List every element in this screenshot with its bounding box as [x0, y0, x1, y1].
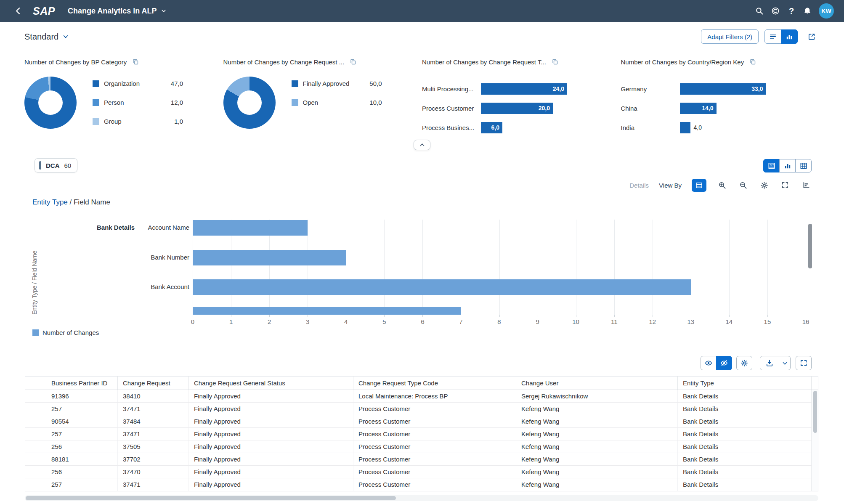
- table-row[interactable]: 25637505Finally ApprovedProcess Customer…: [25, 440, 818, 453]
- export-button[interactable]: [760, 356, 779, 370]
- zoom-in-button[interactable]: [717, 179, 727, 191]
- row-select-cell[interactable]: [25, 390, 46, 402]
- micro-bar[interactable]: 33,0: [680, 83, 766, 95]
- table-row[interactable]: 9139638410Finally ApprovedLocal Maintena…: [25, 390, 818, 403]
- eye-icon: [705, 359, 712, 367]
- sap-logo[interactable]: SAP: [33, 5, 55, 17]
- table-row[interactable]: 25737471Finally ApprovedProcess Customer…: [25, 428, 818, 440]
- drilldown-button[interactable]: [692, 179, 706, 192]
- row-select-cell[interactable]: [25, 440, 46, 453]
- kpi-card-country-region[interactable]: Number of Changes by Country/Region Key …: [621, 51, 820, 137]
- kpi-card-header: Number of Changes by Change Request T...: [422, 57, 610, 66]
- copy-icon[interactable]: [550, 57, 560, 66]
- page-title: Change Analytics in ALP: [68, 7, 157, 16]
- micro-bar-label: Process Customer: [422, 105, 481, 112]
- table-cell: Process Customer: [353, 428, 516, 440]
- column-header[interactable]: Change Request General Status: [189, 377, 353, 390]
- chart-only-view-button[interactable]: [779, 159, 796, 172]
- kpi-card-title: Number of Changes by BP Category: [24, 58, 127, 66]
- table-toolbar: [701, 356, 812, 370]
- export-menu-button[interactable]: [779, 356, 791, 370]
- kpi-card-header: Number of Changes by Change Request ...: [223, 57, 411, 66]
- toggle-legend-button[interactable]: [801, 179, 812, 191]
- avatar[interactable]: KW: [819, 3, 834, 19]
- table-row[interactable]: 25737471Finally ApprovedProcess Customer…: [25, 403, 818, 415]
- column-header[interactable]: Change User: [516, 377, 678, 390]
- notifications-button[interactable]: [799, 3, 815, 19]
- kpi-card-change-request-type[interactable]: Number of Changes by Change Request T...…: [422, 51, 621, 137]
- hide-details-button[interactable]: [716, 356, 732, 370]
- column-header[interactable]: Change Request Type Code: [353, 377, 516, 390]
- donut-chart[interactable]: [223, 77, 276, 129]
- horizontal-scrollbar-thumb[interactable]: [26, 496, 396, 500]
- column-header[interactable]: Entity Type: [678, 377, 812, 390]
- search-button[interactable]: [751, 3, 767, 19]
- variant-selector[interactable]: Standard: [24, 32, 69, 42]
- chart-scrollbar-thumb[interactable]: [808, 224, 812, 268]
- kpi-card-bp-category[interactable]: Number of Changes by BP Category Organiz…: [24, 51, 223, 137]
- chart-bar[interactable]: [193, 220, 308, 236]
- row-select-cell[interactable]: [25, 403, 46, 415]
- row-select-cell[interactable]: [25, 428, 46, 440]
- dca-filter-chip[interactable]: DCA 60: [35, 158, 77, 172]
- table-cell: Kefeng Wang: [516, 466, 678, 478]
- copy-icon[interactable]: [748, 57, 757, 66]
- table-cell: Process Customer: [353, 403, 516, 415]
- copy-icon[interactable]: [131, 57, 140, 66]
- horizontal-scrollbar[interactable]: [25, 495, 818, 501]
- chart-bar[interactable]: [193, 307, 461, 315]
- copy-icon[interactable]: [348, 57, 358, 66]
- table-fullscreen-button[interactable]: [796, 356, 812, 370]
- chart-table-view-button[interactable]: [763, 159, 780, 172]
- column-header[interactable]: Business Partner ID: [46, 377, 118, 390]
- micro-bar[interactable]: 6,0: [481, 122, 502, 133]
- filter-view-button[interactable]: [764, 29, 781, 44]
- micro-bar[interactable]: 20,0: [481, 103, 553, 114]
- table-row[interactable]: 25637470Finally ApprovedProcess Customer…: [25, 466, 818, 478]
- row-select-cell[interactable]: [25, 415, 46, 427]
- chart-bar[interactable]: [193, 279, 691, 295]
- assistant-button[interactable]: [767, 3, 783, 19]
- chart-view-button[interactable]: [781, 29, 798, 44]
- details-button[interactable]: Details: [629, 182, 649, 189]
- table-row[interactable]: 25737471Finally ApprovedProcess Customer…: [25, 478, 818, 491]
- help-button[interactable]: ?: [783, 3, 799, 19]
- micro-bar-row: India4,0: [621, 118, 809, 137]
- table-scrollbar-thumb[interactable]: [813, 391, 817, 433]
- chart-scrollbar[interactable]: [808, 220, 812, 314]
- show-details-button[interactable]: [701, 356, 717, 370]
- chart-settings-button[interactable]: [759, 179, 770, 191]
- table-cell: 37471: [118, 478, 189, 491]
- app-title-menu[interactable]: Change Analytics in ALP: [68, 7, 166, 16]
- kpi-card-change-request-status[interactable]: Number of Changes by Change Request ... …: [223, 51, 422, 137]
- table-row[interactable]: 9055437484Finally ApprovedProcess Custom…: [25, 415, 818, 428]
- column-header[interactable]: Change Request: [118, 377, 189, 390]
- collapse-header-button[interactable]: [414, 140, 430, 150]
- chart-bar[interactable]: [193, 250, 346, 265]
- donut-chart[interactable]: [24, 77, 77, 129]
- table-row[interactable]: 8818137702Finally ApprovedProcess Custom…: [25, 453, 818, 466]
- table-only-view-button[interactable]: [795, 159, 812, 172]
- micro-bar[interactable]: [680, 122, 690, 133]
- share-button[interactable]: [804, 29, 820, 44]
- kpi-card-body: Organization47,0Person12,0Group1,0: [24, 73, 212, 131]
- view-by-button[interactable]: View By: [659, 182, 682, 189]
- zoom-out-button[interactable]: [738, 179, 748, 191]
- row-select-cell[interactable]: [25, 466, 46, 478]
- micro-bar[interactable]: 24,0: [481, 83, 567, 95]
- main-chart: DCA 60 Details View By: [0, 145, 844, 356]
- gear-icon: [740, 359, 748, 367]
- table-scrollbar[interactable]: [812, 390, 818, 491]
- kpi-card-body: Germany33,0China14,0India4,0: [621, 73, 809, 137]
- row-select-cell[interactable]: [25, 478, 46, 491]
- micro-bar[interactable]: 14,0: [680, 103, 717, 114]
- back-button[interactable]: [10, 3, 26, 19]
- table-cell: Finally Approved: [189, 415, 353, 427]
- select-all-header-cell[interactable]: [25, 377, 46, 390]
- breadcrumb-entity-type-link[interactable]: Entity Type: [32, 198, 68, 206]
- chart-fullscreen-button[interactable]: [780, 179, 791, 191]
- adapt-filters-button[interactable]: Adapt Filters (2): [701, 29, 759, 44]
- table-settings-button[interactable]: [736, 356, 752, 370]
- row-select-cell[interactable]: [25, 453, 46, 465]
- table-cell: 256: [46, 440, 118, 453]
